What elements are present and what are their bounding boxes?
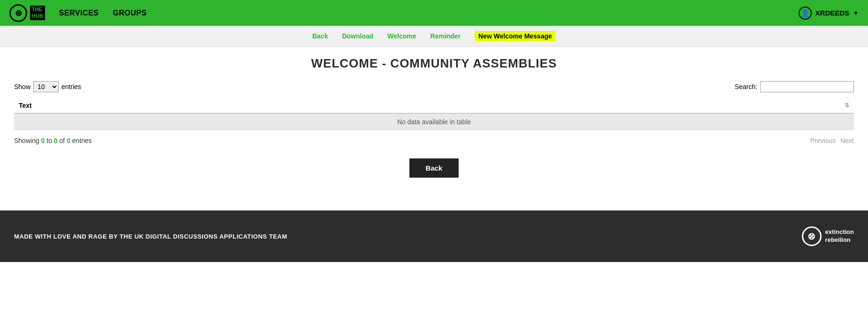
showing-to: 0 xyxy=(54,137,58,144)
footer-text: MADE WITH LOVE AND RAGE BY THE UK DIGITA… xyxy=(14,233,287,240)
next-button[interactable]: Next xyxy=(840,137,854,144)
column-text-label: Text xyxy=(19,102,32,109)
table-row: No data available in table xyxy=(14,113,854,131)
groups-link[interactable]: GROUPS xyxy=(113,9,146,17)
footer-xr-logo-circle: ⊗ xyxy=(802,226,822,246)
showing-to-label: to xyxy=(46,137,54,144)
top-nav: ⊗ THEHUB SERVICES GROUPS 👤 XRDEEDS ▼ xyxy=(0,0,868,26)
footer-brand-line1: extinction xyxy=(825,228,854,236)
table-controls: Show 10 25 50 100 entries Search: xyxy=(14,81,854,92)
main-content: WELCOME - COMMUNITY ASSEMBLIES Show 10 2… xyxy=(0,47,868,192)
logo-symbol: ⊗ xyxy=(15,8,22,18)
pagination: Previous Next xyxy=(810,137,854,144)
table-footer: Showing 0 to 0 of 0 entries Previous Nex… xyxy=(14,137,854,144)
welcome-subnav-link[interactable]: Welcome xyxy=(387,32,416,40)
sort-icon[interactable]: ⇅ xyxy=(845,102,849,109)
showing-of-label: of xyxy=(60,137,67,144)
logo[interactable]: ⊗ THEHUB xyxy=(9,4,45,22)
search-control: Search: xyxy=(735,81,854,92)
user-avatar-icon: 👤 xyxy=(799,7,812,20)
show-label: Show xyxy=(14,83,30,90)
hub-label: THEHUB xyxy=(30,6,45,20)
user-menu-chevron[interactable]: ▼ xyxy=(853,10,859,16)
user-icon-symbol: 👤 xyxy=(800,8,810,17)
footer-logo: ⊗ extinction rebellion xyxy=(802,226,854,246)
reminder-subnav-link[interactable]: Reminder xyxy=(430,32,461,40)
back-button[interactable]: Back xyxy=(409,158,459,178)
previous-button[interactable]: Previous xyxy=(810,137,836,144)
back-subnav-link[interactable]: Back xyxy=(312,32,328,40)
nav-left: ⊗ THEHUB SERVICES GROUPS xyxy=(9,4,147,22)
xr-logo-circle: ⊗ xyxy=(9,4,27,22)
services-link[interactable]: SERVICES xyxy=(59,9,99,17)
showing-total: 0 xyxy=(67,137,70,144)
footer-brand: extinction rebellion xyxy=(825,228,854,244)
back-button-wrap: Back xyxy=(14,158,854,178)
sub-nav: Back Download Welcome Reminder New Welco… xyxy=(0,26,868,47)
showing-suffix: entries xyxy=(72,137,92,144)
new-welcome-message-button[interactable]: New Welcome Message xyxy=(475,31,556,41)
page-title: WELCOME - COMMUNITY ASSEMBLIES xyxy=(14,56,854,71)
search-label: Search: xyxy=(735,83,757,90)
no-data-cell: No data available in table xyxy=(14,113,854,131)
nav-right: 👤 XRDEEDS ▼ xyxy=(799,7,859,20)
download-subnav-link[interactable]: Download xyxy=(342,32,373,40)
data-table: Text ⇅ No data available in table xyxy=(14,98,854,130)
footer-brand-line2: rebellion xyxy=(825,236,854,244)
footer: MADE WITH LOVE AND RAGE BY THE UK DIGITA… xyxy=(0,210,868,262)
showing-text: Showing 0 to 0 of 0 entries xyxy=(14,137,92,144)
column-text-header: Text ⇅ xyxy=(14,98,854,113)
showing-prefix: Showing xyxy=(14,137,39,144)
show-entries-control: Show 10 25 50 100 entries xyxy=(14,81,81,92)
entries-per-page-select[interactable]: 10 25 50 100 xyxy=(33,81,59,92)
entries-label: entries xyxy=(61,83,81,90)
footer-logo-symbol: ⊗ xyxy=(808,231,815,242)
search-input[interactable] xyxy=(760,81,854,92)
showing-from: 0 xyxy=(41,137,45,144)
username-label[interactable]: XRDEEDS xyxy=(815,9,850,17)
